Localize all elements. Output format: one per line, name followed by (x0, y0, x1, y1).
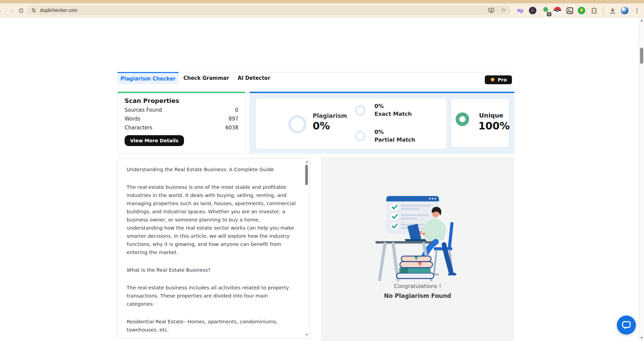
exact-match-label: Exact Match (374, 111, 412, 117)
puzzle-icon (591, 7, 598, 14)
pokeball-icon (554, 7, 561, 14)
plagiarism-label: Plagiarism (313, 112, 347, 119)
tab-label: Plagiarism Checker (121, 76, 176, 82)
extensions-puzzle-button[interactable] (590, 6, 598, 15)
partial-match-ring (355, 131, 366, 142)
unique-value: 100% (478, 120, 510, 132)
no-plagiarism-illustration (367, 191, 468, 283)
chat-launcher-button[interactable] (617, 316, 636, 335)
install-app-button[interactable] (488, 7, 495, 15)
tab-check-grammar[interactable]: Check Grammar (179, 72, 234, 84)
unique-ring (456, 112, 469, 126)
scan-row-value: 0 (235, 107, 238, 113)
gem-icon (490, 77, 495, 83)
scroll-down-arrow[interactable] (640, 337, 643, 339)
result-message: No Plagiarism Found (321, 292, 514, 299)
plagiarism-card: Plagiarism 0% 0% Exact Match 0% Partial … (255, 98, 447, 149)
pro-button[interactable]: Pro (485, 75, 512, 84)
extension-leaf[interactable]: 9 (541, 6, 550, 15)
exact-match-value: 0% (374, 103, 384, 109)
page-scrollbar[interactable] (639, 18, 644, 341)
document-paragraph: Residential Real Estate– Homes, apartmen… (127, 318, 296, 334)
k-circle-icon: K (529, 7, 536, 14)
chat-icon (621, 320, 631, 330)
scroll-up-arrow[interactable] (640, 19, 643, 21)
document-paragraph: The real estate business includes all ac… (127, 284, 296, 308)
back-icon: ← (0, 7, 2, 14)
unique-card: Unique 100% (451, 98, 509, 147)
download-icon (609, 7, 616, 14)
outcome-panel: Congratulations ! No Plagiarism Found (321, 157, 514, 341)
doc-scroll-up-arrow[interactable] (306, 161, 308, 163)
browser-tab-strip (0, 0, 644, 3)
page-scrollbar-thumb[interactable] (640, 48, 643, 64)
document-scrollbar[interactable] (305, 159, 309, 337)
plagiarism-value: 0% (313, 120, 330, 132)
extension-pokeball[interactable] (553, 6, 562, 15)
scan-row-words: Words 897 (125, 116, 238, 122)
reload-button[interactable] (17, 6, 25, 15)
back-button[interactable]: ← (0, 6, 3, 15)
lightbulb-icon (578, 7, 585, 14)
unique-label: Unique (479, 112, 503, 119)
leaf-badge: 9 (547, 12, 551, 16)
partial-match-label: Partial Match (374, 137, 415, 143)
browser-menu-button[interactable]: ⋮ (633, 6, 641, 15)
extension-photo[interactable] (566, 6, 574, 15)
exact-match-ring (355, 105, 366, 116)
site-info-icon[interactable] (31, 7, 37, 15)
scan-properties-title: Scan Properties (125, 97, 238, 104)
plagiarism-ring (288, 115, 307, 133)
extension-kp[interactable]: Kp (516, 6, 525, 15)
forward-icon: → (9, 7, 15, 14)
scan-row-characters: Characters 6038 (125, 125, 238, 131)
url-text[interactable]: duplichecker.com (40, 5, 77, 15)
view-more-details-button[interactable]: View More Details (125, 135, 184, 146)
scan-row-label: Words (125, 116, 140, 122)
bookmark-star-button[interactable]: ☆ (501, 6, 506, 14)
document-paragraph: The real estate business is one of the m… (127, 183, 296, 256)
results-section: Plagiarism 0% 0% Exact Match 0% Partial … (250, 92, 514, 154)
scan-row-label: Sources Found (125, 107, 162, 113)
extension-lightbulb[interactable] (577, 6, 586, 15)
tab-label: Check Grammar (183, 75, 229, 81)
leaf-icon: 9 (542, 6, 549, 15)
scan-row-label: Characters (125, 125, 152, 131)
scan-properties-card: Scan Properties Sources Found 0 Words 89… (117, 92, 245, 154)
tab-plagiarism-checker[interactable]: Plagiarism Checker (117, 72, 179, 84)
tab-ai-detector[interactable]: AI Detector (234, 72, 274, 84)
browser-toolbar: ← → duplichecker.com ☆ (0, 3, 644, 18)
install-icon (488, 7, 495, 14)
congrats-text: Congratulations ! (321, 283, 514, 289)
scan-row-sources: Sources Found 0 (125, 107, 238, 113)
tab-label: AI Detector (238, 75, 270, 81)
scan-row-value: 6038 (225, 125, 238, 131)
tool-tabs: Plagiarism Checker Check Grammar AI Dete… (117, 72, 514, 84)
document-paragraph: What Is the Real Estate Business? (127, 266, 296, 274)
document-scrollbar-thumb[interactable] (305, 165, 308, 185)
toolbar-separator (603, 7, 604, 14)
pro-label: Pro (498, 77, 507, 83)
document-text[interactable]: Understanding the Real Estate Business: … (127, 165, 296, 338)
reload-icon (18, 8, 24, 14)
photo-icon (566, 7, 573, 14)
document-paragraph: Understanding the Real Estate Business: … (127, 165, 296, 174)
extension-k[interactable]: K (529, 6, 537, 15)
url-bar[interactable]: duplichecker.com ☆ (26, 5, 511, 15)
profile-avatar[interactable] (621, 6, 629, 15)
doc-scroll-down-arrow[interactable] (306, 334, 308, 336)
downloads-button[interactable] (608, 6, 617, 15)
forward-button[interactable]: → (7, 6, 16, 15)
document-card: Understanding the Real Estate Business: … (117, 158, 310, 338)
partial-match-value: 0% (374, 129, 384, 135)
avatar-image (621, 6, 629, 15)
kebab-menu-icon: ⋮ (634, 7, 640, 14)
scan-row-value: 897 (228, 116, 238, 122)
